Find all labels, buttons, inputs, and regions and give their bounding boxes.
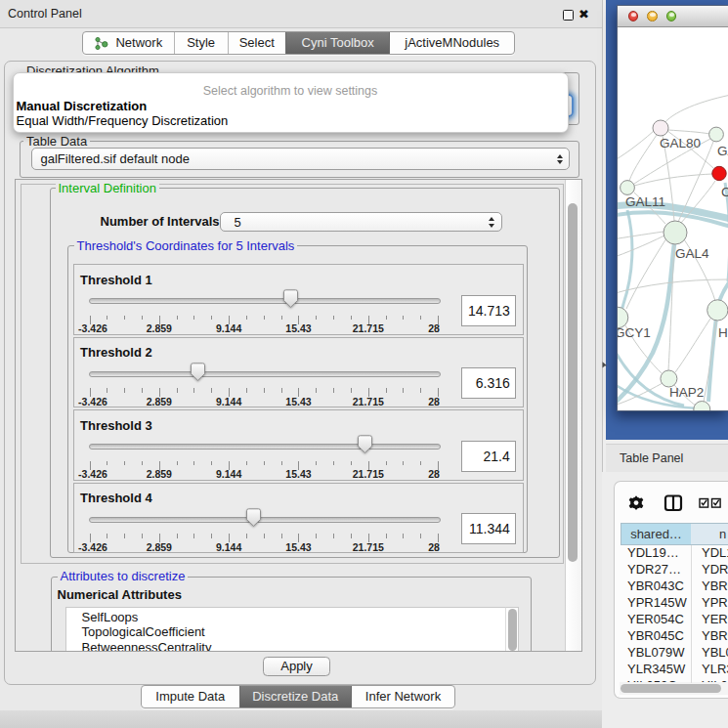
network-edge[interactable] [668, 130, 709, 134]
table-cell-shared-name: YBL079W [627, 645, 685, 660]
gear-icon[interactable] [629, 495, 644, 510]
slider-tick [107, 316, 107, 321]
tab-style[interactable]: Style [174, 32, 228, 54]
threshold-slider-thumb-1[interactable] [283, 289, 298, 308]
network-edge[interactable] [618, 232, 664, 239]
threshold-value-field-3[interactable]: 21.4 [461, 441, 515, 472]
checked-checkbox-icon[interactable] [712, 499, 721, 508]
network-node-GAL4[interactable] [664, 221, 687, 244]
threshold-label-1: Threshold 1 [80, 273, 152, 287]
number-of-intervals-spinner[interactable]: 5 [220, 212, 502, 232]
threshold-slider-thumb-4[interactable] [246, 508, 261, 527]
algorithm-option-manual-discretization[interactable]: Manual Discretization [17, 99, 148, 113]
network-node-CDC-red[interactable] [712, 166, 726, 180]
slider-tick-label: 15.43 [285, 322, 311, 334]
network-edge[interactable] [618, 236, 664, 258]
slider-tick [107, 461, 107, 466]
threshold-slider-track-3[interactable] [89, 444, 441, 450]
slider-tick [177, 461, 178, 466]
threshold-value-field-4[interactable]: 11.344 [461, 513, 515, 544]
threshold-value-field-2[interactable]: 6.316 [461, 367, 515, 399]
network-edge-highlighted[interactable] [618, 210, 632, 372]
slider-tick [316, 388, 317, 393]
attribute-item-selfloops[interactable]: SelfLoops [82, 610, 139, 624]
slider-tick-label: 28 [428, 396, 440, 407]
settings-vertical-scrollbar-thumb[interactable] [568, 203, 578, 562]
network-node-label-HAP2: HAP2 [669, 385, 704, 400]
slider-tick [177, 388, 178, 393]
table-header-name[interactable]: n [691, 523, 728, 545]
attributes-list[interactable]: SelfLoopsTopologicalCoefficientBetweenne… [65, 607, 507, 652]
slider-tick [281, 316, 282, 321]
attribute-item-betweennesscentrality[interactable]: BetweennessCentrality [82, 640, 212, 651]
tab-infer-network[interactable]: Infer Network [351, 686, 454, 707]
zoom-traffic-icon[interactable] [666, 11, 677, 21]
network-edge[interactable] [662, 95, 728, 127]
network-canvas[interactable]: GAL80GACGAL11GAL4GCY1HHAP2 [618, 26, 728, 410]
numerical-attributes-label: Numerical Attributes [58, 587, 182, 602]
network-node-GAL11[interactable] [621, 181, 635, 195]
network-node-GAL80[interactable] [653, 120, 668, 136]
slider-tick-label: 21.715 [353, 541, 384, 553]
slider-tick [386, 461, 387, 466]
tab-network[interactable]: Network [83, 32, 174, 54]
float-window-icon[interactable] [563, 10, 574, 21]
slider-tick [281, 534, 282, 538]
minimize-traffic-icon[interactable] [647, 11, 658, 21]
checked-checkbox-icon[interactable] [700, 499, 708, 508]
slider-tick [177, 534, 178, 538]
close-traffic-icon[interactable] [628, 11, 639, 21]
slider-tick-label: 2.859 [147, 322, 172, 334]
attributes-list-scrollbar[interactable] [505, 607, 519, 652]
threshold-coordinates-group-title: Threshold's Coordinates for 5 Intervals [74, 239, 298, 252]
network-edge[interactable] [629, 135, 657, 181]
threshold-slider-track-4[interactable] [89, 517, 441, 523]
table-horizontal-scrollbar[interactable] [620, 682, 728, 695]
slider-tick [264, 316, 265, 321]
split-view-icon[interactable] [665, 496, 681, 511]
attributes-list-scrollbar-thumb[interactable] [508, 609, 517, 651]
slider-tick [246, 461, 247, 466]
slider-tick [386, 534, 387, 538]
network-node-HAP-E[interactable] [707, 300, 728, 321]
slider-tick [124, 534, 125, 538]
tab-cyni-toolbox[interactable]: Cyni Toolbox [285, 32, 390, 54]
slider-tick [333, 534, 334, 538]
slider-tick-label: -3.426 [78, 468, 107, 480]
table-header-shared-name[interactable]: shared… [621, 523, 692, 545]
threshold-slider-thumb-3[interactable] [358, 435, 372, 453]
apply-button[interactable]: Apply [263, 657, 330, 676]
table-cell-name: YBR0 [702, 578, 728, 593]
algorithm-option-equal-width-frequency-discretization[interactable]: Equal Width/Frequency Discretization [17, 113, 229, 128]
network-node-label-GCY1: GCY1 [618, 325, 651, 340]
network-edge[interactable] [618, 328, 619, 407]
table-data-combo[interactable]: galFiltered.sif default node [31, 148, 570, 170]
cyni-mode-tabs: Impute DataDiscretize DataInfer Network [141, 685, 455, 708]
threshold-slider-thumb-2[interactable] [191, 363, 205, 381]
slider-tick [316, 534, 317, 538]
close-icon[interactable]: ✖ [578, 0, 589, 27]
tab-impute-data[interactable]: Impute Data [142, 686, 239, 707]
settings-vertical-scrollbar[interactable] [565, 180, 581, 651]
attribute-item-topologicalcoefficient[interactable]: TopologicalCoefficient [82, 624, 205, 639]
network-node-node-S[interactable] [694, 402, 710, 411]
interval-definition-group-title: Interval Definition [56, 182, 159, 194]
network-edge[interactable] [675, 319, 710, 372]
network-node-GAL-NE[interactable] [709, 127, 724, 142]
threshold-label-4: Threshold 4 [80, 491, 152, 505]
table-cell-shared-name: YDL19… [627, 545, 679, 560]
threshold-slider-track-2[interactable] [89, 371, 441, 377]
table-cell-name: YBR0 [702, 628, 728, 643]
threshold-value-field-1[interactable]: 14.713 [461, 295, 515, 326]
threshold-slider-track-1[interactable] [89, 298, 441, 304]
slider-tick [142, 388, 143, 393]
slider-tick [316, 316, 317, 321]
tab-select[interactable]: Select [228, 32, 285, 54]
tab-discretize-data[interactable]: Discretize Data [239, 686, 351, 707]
table-horizontal-scrollbar-thumb[interactable] [621, 684, 721, 693]
control-panel-titlebar: Control Panel ✖ [0, 0, 602, 28]
tab-jactivemnodules[interactable]: jActiveMNodules [389, 32, 514, 54]
tab-label: Cyni Toolbox [302, 35, 374, 50]
threshold-label-3: Threshold 3 [80, 418, 152, 433]
slider-tick [107, 388, 107, 393]
